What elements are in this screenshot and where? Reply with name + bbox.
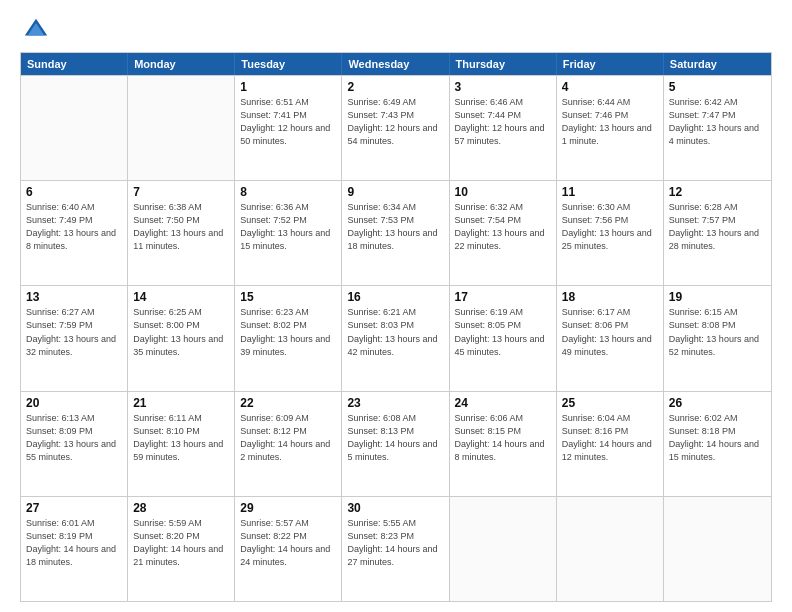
- day-number: 19: [669, 290, 766, 304]
- header-cell-thursday: Thursday: [450, 53, 557, 75]
- week-row-3: 13Sunrise: 6:27 AM Sunset: 7:59 PM Dayli…: [21, 285, 771, 390]
- day-number: 28: [133, 501, 229, 515]
- day-cell-13: 13Sunrise: 6:27 AM Sunset: 7:59 PM Dayli…: [21, 286, 128, 390]
- empty-cell: [664, 497, 771, 601]
- day-info: Sunrise: 6:17 AM Sunset: 8:06 PM Dayligh…: [562, 306, 658, 358]
- day-number: 10: [455, 185, 551, 199]
- day-cell-18: 18Sunrise: 6:17 AM Sunset: 8:06 PM Dayli…: [557, 286, 664, 390]
- day-info: Sunrise: 6:11 AM Sunset: 8:10 PM Dayligh…: [133, 412, 229, 464]
- day-cell-21: 21Sunrise: 6:11 AM Sunset: 8:10 PM Dayli…: [128, 392, 235, 496]
- header-cell-friday: Friday: [557, 53, 664, 75]
- day-info: Sunrise: 6:01 AM Sunset: 8:19 PM Dayligh…: [26, 517, 122, 569]
- day-info: Sunrise: 6:51 AM Sunset: 7:41 PM Dayligh…: [240, 96, 336, 148]
- header: [20, 16, 772, 44]
- day-cell-17: 17Sunrise: 6:19 AM Sunset: 8:05 PM Dayli…: [450, 286, 557, 390]
- day-cell-2: 2Sunrise: 6:49 AM Sunset: 7:43 PM Daylig…: [342, 76, 449, 180]
- day-number: 11: [562, 185, 658, 199]
- day-info: Sunrise: 6:02 AM Sunset: 8:18 PM Dayligh…: [669, 412, 766, 464]
- page: SundayMondayTuesdayWednesdayThursdayFrid…: [0, 0, 792, 612]
- empty-cell: [450, 497, 557, 601]
- day-info: Sunrise: 6:08 AM Sunset: 8:13 PM Dayligh…: [347, 412, 443, 464]
- day-number: 4: [562, 80, 658, 94]
- day-number: 21: [133, 396, 229, 410]
- day-number: 7: [133, 185, 229, 199]
- day-info: Sunrise: 6:36 AM Sunset: 7:52 PM Dayligh…: [240, 201, 336, 253]
- header-cell-sunday: Sunday: [21, 53, 128, 75]
- day-number: 9: [347, 185, 443, 199]
- day-cell-7: 7Sunrise: 6:38 AM Sunset: 7:50 PM Daylig…: [128, 181, 235, 285]
- day-cell-20: 20Sunrise: 6:13 AM Sunset: 8:09 PM Dayli…: [21, 392, 128, 496]
- day-cell-23: 23Sunrise: 6:08 AM Sunset: 8:13 PM Dayli…: [342, 392, 449, 496]
- calendar: SundayMondayTuesdayWednesdayThursdayFrid…: [20, 52, 772, 602]
- header-cell-monday: Monday: [128, 53, 235, 75]
- day-info: Sunrise: 6:25 AM Sunset: 8:00 PM Dayligh…: [133, 306, 229, 358]
- empty-cell: [128, 76, 235, 180]
- day-cell-29: 29Sunrise: 5:57 AM Sunset: 8:22 PM Dayli…: [235, 497, 342, 601]
- day-number: 6: [26, 185, 122, 199]
- day-number: 30: [347, 501, 443, 515]
- day-info: Sunrise: 6:49 AM Sunset: 7:43 PM Dayligh…: [347, 96, 443, 148]
- day-number: 24: [455, 396, 551, 410]
- day-info: Sunrise: 5:57 AM Sunset: 8:22 PM Dayligh…: [240, 517, 336, 569]
- day-number: 27: [26, 501, 122, 515]
- day-cell-28: 28Sunrise: 5:59 AM Sunset: 8:20 PM Dayli…: [128, 497, 235, 601]
- day-number: 3: [455, 80, 551, 94]
- day-info: Sunrise: 6:32 AM Sunset: 7:54 PM Dayligh…: [455, 201, 551, 253]
- day-info: Sunrise: 6:23 AM Sunset: 8:02 PM Dayligh…: [240, 306, 336, 358]
- day-cell-25: 25Sunrise: 6:04 AM Sunset: 8:16 PM Dayli…: [557, 392, 664, 496]
- day-info: Sunrise: 6:19 AM Sunset: 8:05 PM Dayligh…: [455, 306, 551, 358]
- day-info: Sunrise: 6:42 AM Sunset: 7:47 PM Dayligh…: [669, 96, 766, 148]
- week-row-2: 6Sunrise: 6:40 AM Sunset: 7:49 PM Daylig…: [21, 180, 771, 285]
- day-cell-6: 6Sunrise: 6:40 AM Sunset: 7:49 PM Daylig…: [21, 181, 128, 285]
- day-info: Sunrise: 6:44 AM Sunset: 7:46 PM Dayligh…: [562, 96, 658, 148]
- day-cell-1: 1Sunrise: 6:51 AM Sunset: 7:41 PM Daylig…: [235, 76, 342, 180]
- day-number: 25: [562, 396, 658, 410]
- day-cell-9: 9Sunrise: 6:34 AM Sunset: 7:53 PM Daylig…: [342, 181, 449, 285]
- day-info: Sunrise: 6:13 AM Sunset: 8:09 PM Dayligh…: [26, 412, 122, 464]
- day-number: 5: [669, 80, 766, 94]
- day-number: 16: [347, 290, 443, 304]
- day-number: 13: [26, 290, 122, 304]
- day-info: Sunrise: 6:38 AM Sunset: 7:50 PM Dayligh…: [133, 201, 229, 253]
- week-row-4: 20Sunrise: 6:13 AM Sunset: 8:09 PM Dayli…: [21, 391, 771, 496]
- day-info: Sunrise: 6:04 AM Sunset: 8:16 PM Dayligh…: [562, 412, 658, 464]
- day-cell-3: 3Sunrise: 6:46 AM Sunset: 7:44 PM Daylig…: [450, 76, 557, 180]
- day-info: Sunrise: 6:21 AM Sunset: 8:03 PM Dayligh…: [347, 306, 443, 358]
- header-cell-tuesday: Tuesday: [235, 53, 342, 75]
- day-number: 17: [455, 290, 551, 304]
- day-info: Sunrise: 5:59 AM Sunset: 8:20 PM Dayligh…: [133, 517, 229, 569]
- day-info: Sunrise: 6:15 AM Sunset: 8:08 PM Dayligh…: [669, 306, 766, 358]
- calendar-header-row: SundayMondayTuesdayWednesdayThursdayFrid…: [21, 53, 771, 75]
- day-cell-11: 11Sunrise: 6:30 AM Sunset: 7:56 PM Dayli…: [557, 181, 664, 285]
- day-cell-22: 22Sunrise: 6:09 AM Sunset: 8:12 PM Dayli…: [235, 392, 342, 496]
- day-cell-14: 14Sunrise: 6:25 AM Sunset: 8:00 PM Dayli…: [128, 286, 235, 390]
- day-cell-16: 16Sunrise: 6:21 AM Sunset: 8:03 PM Dayli…: [342, 286, 449, 390]
- logo-icon: [22, 16, 50, 44]
- day-number: 20: [26, 396, 122, 410]
- day-info: Sunrise: 6:40 AM Sunset: 7:49 PM Dayligh…: [26, 201, 122, 253]
- empty-cell: [557, 497, 664, 601]
- day-number: 15: [240, 290, 336, 304]
- empty-cell: [21, 76, 128, 180]
- day-cell-26: 26Sunrise: 6:02 AM Sunset: 8:18 PM Dayli…: [664, 392, 771, 496]
- calendar-body: 1Sunrise: 6:51 AM Sunset: 7:41 PM Daylig…: [21, 75, 771, 601]
- day-cell-15: 15Sunrise: 6:23 AM Sunset: 8:02 PM Dayli…: [235, 286, 342, 390]
- day-info: Sunrise: 6:46 AM Sunset: 7:44 PM Dayligh…: [455, 96, 551, 148]
- day-number: 26: [669, 396, 766, 410]
- day-number: 29: [240, 501, 336, 515]
- day-number: 2: [347, 80, 443, 94]
- day-cell-5: 5Sunrise: 6:42 AM Sunset: 7:47 PM Daylig…: [664, 76, 771, 180]
- day-cell-24: 24Sunrise: 6:06 AM Sunset: 8:15 PM Dayli…: [450, 392, 557, 496]
- day-number: 8: [240, 185, 336, 199]
- day-info: Sunrise: 6:06 AM Sunset: 8:15 PM Dayligh…: [455, 412, 551, 464]
- week-row-5: 27Sunrise: 6:01 AM Sunset: 8:19 PM Dayli…: [21, 496, 771, 601]
- week-row-1: 1Sunrise: 6:51 AM Sunset: 7:41 PM Daylig…: [21, 75, 771, 180]
- logo: [20, 16, 52, 44]
- day-info: Sunrise: 6:30 AM Sunset: 7:56 PM Dayligh…: [562, 201, 658, 253]
- day-cell-12: 12Sunrise: 6:28 AM Sunset: 7:57 PM Dayli…: [664, 181, 771, 285]
- day-cell-8: 8Sunrise: 6:36 AM Sunset: 7:52 PM Daylig…: [235, 181, 342, 285]
- day-info: Sunrise: 6:34 AM Sunset: 7:53 PM Dayligh…: [347, 201, 443, 253]
- header-cell-wednesday: Wednesday: [342, 53, 449, 75]
- day-cell-19: 19Sunrise: 6:15 AM Sunset: 8:08 PM Dayli…: [664, 286, 771, 390]
- day-info: Sunrise: 6:09 AM Sunset: 8:12 PM Dayligh…: [240, 412, 336, 464]
